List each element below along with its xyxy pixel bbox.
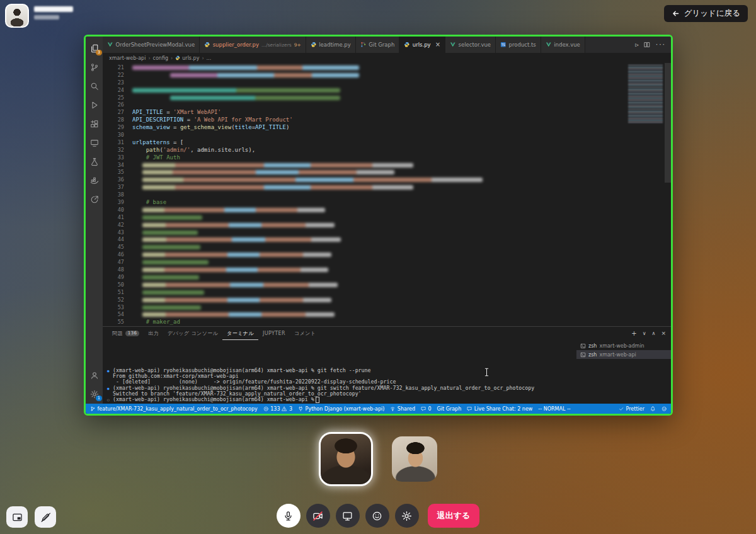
line-number: 38 — [103, 191, 132, 199]
activity-testing[interactable] — [86, 152, 103, 171]
reactions-button[interactable] — [365, 504, 389, 528]
code-token: 'XMart WebAPI' — [173, 109, 221, 115]
activity-source-control[interactable] — [86, 58, 103, 77]
code-line: 50 — [103, 281, 671, 289]
runtab-icon: ▷ — [635, 42, 638, 48]
python-icon — [175, 55, 180, 60]
tab-label: OrderSheetPreviewModal.vue — [116, 42, 195, 48]
tab-git-graph[interactable]: Git Graph — [356, 37, 400, 53]
code-token: = — [183, 116, 193, 123]
status-problems-summary[interactable]: 1333 — [263, 406, 292, 412]
tab-actions: ▷··· — [629, 37, 671, 53]
line-number: 47 — [103, 259, 132, 266]
scm-icon — [90, 63, 99, 72]
panel-action-terminal-dropdown[interactable]: ∨ — [643, 331, 646, 336]
terminal-session-xmart-web-api[interactable]: zshxmart-web-api — [576, 350, 671, 359]
panel-tab-jupyter[interactable]: JUPYTER — [258, 327, 290, 340]
tab-urls-py[interactable]: urls.py× — [399, 37, 445, 53]
status-notifications[interactable] — [650, 406, 656, 412]
line-number: 42 — [103, 222, 132, 229]
editor-action-more-actions[interactable]: ··· — [655, 42, 665, 48]
branch-icon — [90, 406, 96, 412]
redacted-code — [142, 290, 204, 295]
panel-tab-output[interactable]: 出力 — [144, 327, 163, 340]
panel-tab-terminal[interactable]: ターミナル — [222, 327, 258, 340]
breadcrumb-item-config[interactable]: config — [153, 55, 168, 61]
status-live-share-status[interactable]: Shared — [390, 406, 415, 412]
screen-share-button[interactable] — [336, 504, 360, 528]
line-number: 34 — [103, 162, 132, 169]
activity-search[interactable] — [86, 77, 103, 96]
tab-leadtime-py[interactable]: leadtime.py — [306, 37, 356, 53]
camoff-icon — [312, 511, 323, 521]
breadcrumb-item-xmart-web-api[interactable]: xmart-web-api — [109, 55, 146, 61]
status-prettier[interactable]: Prettier — [619, 406, 644, 412]
panel-action-close-panel[interactable]: × — [661, 331, 666, 336]
status-vim-mode[interactable]: -- NORMAL -- — [538, 406, 570, 412]
participant-video-active-speaker[interactable] — [319, 432, 373, 486]
tab-selector-vue[interactable]: selector.vue — [445, 37, 496, 53]
gear-icon — [401, 511, 412, 521]
breadcrumb: xmart-web-api›config›urls.py›... — [103, 53, 671, 63]
remote-icon — [90, 139, 99, 147]
activity-explorer[interactable]: 3 — [86, 39, 103, 58]
shared-screen[interactable]: 31 OrderSheetPreviewModal.vuesupplier_or… — [84, 35, 673, 416]
minimap[interactable] — [628, 65, 663, 123]
panel-action-maximize-panel[interactable]: ∧ — [652, 331, 656, 336]
status-git-graph[interactable]: Git Graph — [437, 406, 462, 412]
tab-ordersheetpreviewmodal-vue[interactable]: OrderSheetPreviewModal.vue — [103, 37, 200, 53]
status-git-branch[interactable]: feature/XMAR-732_kasu_apply_natural_orde… — [90, 406, 258, 412]
code-editor[interactable]: 21222324252627API_TITLE = 'XMart WebAPI'… — [103, 63, 671, 326]
presenter-chip[interactable] — [5, 4, 73, 28]
editor-action-split-editor[interactable] — [644, 42, 650, 48]
tab-supplier-order-py[interactable]: supplier_order.py.../serializers9+ — [200, 37, 306, 53]
breadcrumb-item-item[interactable]: ... — [207, 55, 212, 61]
activity-run-debug[interactable] — [86, 96, 103, 115]
back-to-grid-button[interactable]: グリッドに戻る — [664, 5, 748, 22]
code-text: path('admin/', admin.site.urls), — [132, 147, 671, 154]
status-comment-count[interactable]: 0 — [421, 406, 432, 412]
redacted-code — [170, 96, 340, 100]
panel-tab-problems[interactable]: 問題136 — [108, 327, 144, 340]
redacted-code — [170, 73, 359, 77]
activity-bar: 31 — [86, 37, 103, 404]
terminal-output[interactable]: ●(xmart-web-api) ryoheikasubuchi@mobojis… — [103, 340, 576, 404]
activity-live-share[interactable] — [86, 190, 103, 209]
activity-extensions[interactable] — [86, 115, 103, 134]
annotate-off-button[interactable] — [35, 506, 56, 528]
tab-bar: OrderSheetPreviewModal.vuesupplier_order… — [103, 37, 671, 53]
editor-action-run-file[interactable]: ▷ — [635, 42, 638, 48]
check-icon — [619, 406, 624, 412]
activity-docker[interactable] — [86, 171, 103, 190]
terminal-line: - [deleted] (none) -> origin/feature/fus… — [107, 379, 576, 385]
code-token: API_DESCRIPTION — [132, 116, 183, 123]
panel-tab-label: デバッグ コンソール — [168, 330, 218, 337]
panel-tab-comments[interactable]: コメント — [290, 327, 320, 340]
tab-close-icon[interactable]: × — [435, 42, 440, 48]
camera-off-button[interactable] — [306, 504, 330, 528]
activity-account[interactable] — [86, 366, 103, 385]
breadcrumb-item-urls-py[interactable]: urls.py — [175, 55, 199, 61]
terminal-session-xmart-web-admin[interactable]: zshxmart-web-admin — [576, 341, 671, 350]
participant-video[interactable] — [392, 436, 437, 482]
redacted-code — [142, 223, 335, 227]
code-text — [132, 281, 671, 289]
status-live-share-chat[interactable]: Live Share Chat: 2 new — [467, 406, 532, 412]
plus-icon: + — [631, 331, 636, 337]
status-python-interpreter[interactable]: Python Django (xmart-web-api) — [298, 406, 384, 412]
leave-call-button[interactable]: 退出する — [428, 504, 480, 528]
panel-action-new-terminal[interactable]: + — [631, 331, 636, 337]
microphone-button[interactable] — [277, 504, 301, 528]
panel-tab-debug-console[interactable]: デバッグ コンソール — [163, 327, 222, 340]
terminal-gutter — [107, 391, 113, 397]
editor-scrollbar[interactable] — [665, 63, 671, 183]
code-text — [132, 162, 671, 169]
tab-product-ts[interactable]: TSproduct.ts — [496, 37, 541, 53]
picture-in-picture-button[interactable] — [6, 506, 28, 528]
activity-settings[interactable]: 1 — [86, 385, 103, 404]
settings-button[interactable] — [395, 504, 419, 528]
editor-group: OrderSheetPreviewModal.vuesupplier_order… — [103, 37, 671, 404]
tab-index-vue[interactable]: index.vue — [541, 37, 585, 53]
status-feedback[interactable] — [662, 406, 667, 412]
activity-remote-explorer[interactable] — [86, 134, 103, 152]
